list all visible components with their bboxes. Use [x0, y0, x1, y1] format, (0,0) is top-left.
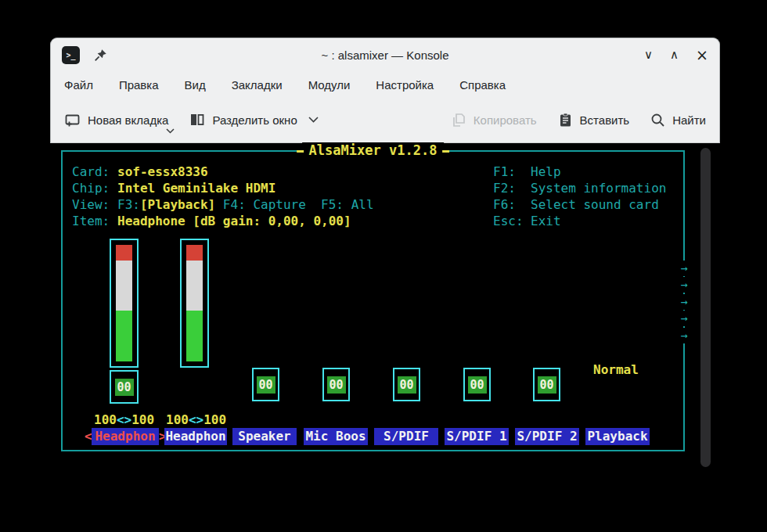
menu-file[interactable]: Файл — [64, 78, 93, 92]
search-icon — [650, 112, 666, 128]
help-label: Help — [531, 164, 561, 179]
overflow-right-arrow-icon: → — [675, 261, 693, 276]
konsole-window: >_ ~ : alsamixer — Konsole ∨ ∧ × Файл Пр… — [50, 38, 720, 473]
help-key: F1: — [493, 164, 531, 180]
channel-spdif-2: S/PDIF 2 — [515, 428, 579, 445]
bar-zone-green — [116, 311, 132, 361]
copy-label: Копировать — [474, 113, 537, 127]
volume-readout-headphone-1: 100<>100 — [94, 413, 154, 427]
menu-bookmarks[interactable]: Закладки — [232, 78, 283, 92]
channel-playback: Playback — [585, 428, 650, 445]
copy-button: Копировать — [451, 112, 537, 128]
volume-right: 100 — [131, 412, 154, 427]
channel-headphone-selected: Headphon — [92, 428, 159, 445]
titlebar[interactable]: >_ ~ : alsamixer — Konsole ∨ ∧ × — [51, 38, 719, 72]
bar-zone-red — [186, 245, 203, 261]
menu-settings[interactable]: Настройка — [376, 78, 434, 92]
help-row: F6:Select sound card — [493, 196, 659, 213]
view-line: View:F3:[Playback] F4: Capture F5: All — [72, 196, 374, 213]
volume-left: 100 — [166, 412, 189, 427]
playback-enum-value: Normal — [593, 362, 639, 377]
volume-left: 100 — [94, 412, 117, 427]
item-line: Item:Headphone [dB gain: 0,00, 0,00] — [72, 213, 351, 229]
bar-zone-green — [186, 311, 203, 361]
chip-label: Chip: — [72, 180, 117, 196]
chip-line: Chip:Intel Geminilake HDMI — [72, 180, 275, 196]
view-f3-key: F3: — [117, 197, 140, 212]
window-chrome: >_ ~ : alsamixer — Konsole ∨ ∧ × Файл Пр… — [50, 38, 720, 143]
new-tab-icon — [64, 111, 81, 128]
mute-box-spdif: 00 — [393, 368, 420, 401]
find-button[interactable]: Найти — [650, 112, 706, 128]
mute-box-spdif-2: 00 — [533, 368, 560, 401]
new-tab-button[interactable]: Новая вкладка — [64, 111, 168, 128]
mute-box-headphone: 00 — [110, 370, 139, 404]
overflow-right-arrow-icon: → — [675, 294, 693, 310]
overflow-right-arrow-icon: → — [675, 311, 693, 326]
help-label: Exit — [531, 214, 561, 228]
new-tab-label: Новая вкладка — [88, 113, 168, 127]
mute-value: 00 — [468, 376, 487, 394]
overflow-right-arrow-icon: → — [675, 277, 693, 293]
item-label: Item: — [72, 213, 117, 229]
mute-value: 00 — [538, 376, 556, 394]
menu-help[interactable]: Справка — [459, 78, 506, 92]
volume-readout-headphone-2: 100<>100 — [166, 413, 226, 427]
mute-value: 00 — [115, 379, 134, 396]
mute-value: 00 — [398, 376, 416, 394]
terminal-scrollbar[interactable] — [700, 148, 711, 467]
paste-icon — [557, 112, 574, 128]
item-value: Headphone [dB gain: 0,00, 0,00] — [117, 214, 351, 228]
card-value: sof-essx8336 — [117, 164, 208, 179]
help-key: F2: — [493, 180, 531, 196]
volume-bar-headphone-2 — [180, 239, 209, 368]
help-row: Esc:Exit — [493, 213, 561, 229]
split-window-icon — [189, 111, 206, 128]
split-window-button[interactable]: Разделить окно — [189, 111, 318, 128]
menu-plugins[interactable]: Модули — [308, 78, 351, 92]
chip-value: Intel Geminilake HDMI — [117, 181, 275, 196]
toolbar: Новая вкладка Разделить окно — [51, 98, 719, 142]
menu-view[interactable]: Вид — [185, 78, 206, 92]
paste-button[interactable]: Вставить — [557, 112, 630, 128]
volume-separator: <> — [117, 412, 131, 427]
channel-spdif-1: S/PDIF 1 — [445, 428, 509, 445]
mute-box-speaker: 00 — [252, 368, 279, 401]
channel-headphone-2: Headphon — [164, 428, 227, 445]
copy-icon — [451, 112, 467, 128]
view-mode: [Playback] — [140, 197, 215, 212]
help-label: Select sound card — [531, 197, 659, 212]
channel-mic-boost: Mic Boos — [304, 428, 368, 445]
split-window-chevron-icon — [308, 117, 319, 123]
alsamixer-title: AlsaMixer v1.2.8 — [302, 142, 445, 158]
volume-separator: <> — [189, 412, 203, 427]
split-window-label: Разделить окно — [212, 113, 297, 127]
window-title: ~ : alsamixer — Konsole — [51, 49, 719, 62]
new-tab-overflow-chevron-icon[interactable] — [166, 128, 175, 134]
help-key: F6: — [493, 196, 531, 213]
volume-bar-headphone-1 — [110, 239, 139, 368]
mute-box-spdif-1: 00 — [463, 368, 491, 401]
help-key: Esc: — [493, 213, 531, 229]
mute-box-mic-boost: 00 — [322, 368, 350, 401]
view-label: View: — [72, 196, 117, 213]
bar-zone-white — [186, 261, 203, 311]
channel-spdif: S/PDIF — [374, 428, 438, 445]
help-row: F1:Help — [493, 164, 561, 180]
mute-value: 00 — [327, 376, 346, 394]
desktop: { "window": { "title": "~ : alsamixer — … — [0, 0, 767, 532]
card-line: Card:sof-essx8336 — [72, 164, 208, 180]
find-label: Найти — [672, 113, 706, 127]
mute-value: 00 — [257, 376, 275, 394]
bar-zone-white — [116, 261, 132, 311]
help-row: F2:System information — [493, 180, 666, 196]
card-label: Card: — [72, 164, 117, 180]
terminal-screen[interactable]: AlsaMixer v1.2.8 Card:sof-essx8336 Chip:… — [50, 143, 720, 473]
channel-speaker: Speaker — [232, 428, 297, 445]
view-other-keys: F4: Capture F5: All — [215, 197, 373, 212]
volume-right: 100 — [203, 412, 226, 427]
help-label: System information — [531, 181, 666, 196]
menu-bar: Файл Правка Вид Закладки Модули Настройк… — [51, 72, 719, 98]
menu-edit[interactable]: Правка — [119, 78, 159, 92]
overflow-right-arrow-icon: → — [675, 328, 693, 343]
